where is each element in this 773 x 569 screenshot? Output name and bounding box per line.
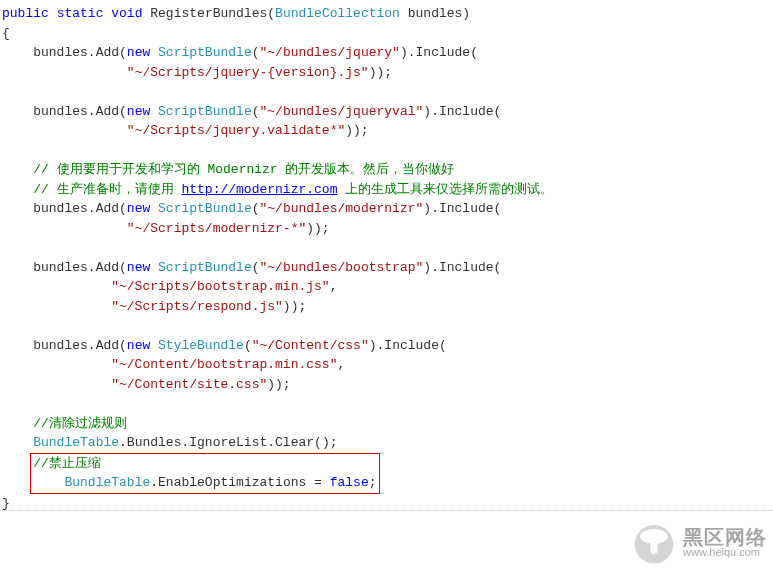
brace-close: } <box>2 496 10 511</box>
comment-line: // 生产准备时，请使用 http://modernizr.com 上的生成工具… <box>33 182 553 197</box>
mushroom-icon <box>631 519 677 565</box>
string-literal: "~/bundles/bootstrap" <box>260 260 424 275</box>
string-literal: "~/bundles/jquery" <box>260 45 400 60</box>
type-stylebundle: StyleBundle <box>158 338 244 353</box>
string-literal: "~/Content/css" <box>252 338 369 353</box>
string-literal: "~/Scripts/jquery.validate*" <box>127 123 345 138</box>
link-modernizr[interactable]: http://modernizr.com <box>181 182 337 197</box>
type-scriptbundle: ScriptBundle <box>158 45 252 60</box>
sig-tail: bundles) <box>400 6 470 21</box>
string-literal: "~/Content/bootstrap.min.css" <box>111 357 337 372</box>
keyword-new: new <box>127 201 150 216</box>
keyword-new: new <box>127 104 150 119</box>
string-literal: "~/Content/site.css" <box>111 377 267 392</box>
method-name: RegisterBundles( <box>142 6 275 21</box>
type-bundlecollection: BundleCollection <box>275 6 400 21</box>
string-literal: "~/Scripts/jquery-{version}.js" <box>127 65 369 80</box>
divider-line <box>0 510 773 511</box>
string-literal: "~/Scripts/respond.js" <box>111 299 283 314</box>
code-block: public static void RegisterBundles(Bundl… <box>0 0 773 517</box>
comment-line: // 使用要用于开发和学习的 Modernizr 的开发版本。然后，当你做好 <box>33 162 454 177</box>
string-literal: "~/Scripts/modernizr-*" <box>127 221 306 236</box>
keyword-new: new <box>127 45 150 60</box>
comment-line: //禁止压缩 <box>33 456 101 471</box>
highlighted-box: //禁止压缩 BundleTable.EnableOptimizations =… <box>30 453 379 494</box>
svg-point-1 <box>640 529 668 544</box>
type-bundletable: BundleTable <box>64 475 150 490</box>
string-literal: "~/bundles/jqueryval" <box>260 104 424 119</box>
string-literal: "~/bundles/modernizr" <box>260 201 424 216</box>
keyword-new: new <box>127 260 150 275</box>
watermark-url: www.heiqu.com <box>683 547 767 558</box>
keyword-static: static <box>57 6 104 21</box>
type-bundletable: BundleTable <box>33 435 119 450</box>
keyword-void: void <box>111 6 142 21</box>
string-literal: "~/Scripts/bootstrap.min.js" <box>111 279 329 294</box>
type-scriptbundle: ScriptBundle <box>158 104 252 119</box>
type-scriptbundle: ScriptBundle <box>158 201 252 216</box>
type-scriptbundle: ScriptBundle <box>158 260 252 275</box>
brace-open: { <box>2 26 10 41</box>
watermark-title: 黑区网络 <box>683 527 767 547</box>
svg-rect-2 <box>650 540 657 554</box>
svg-point-0 <box>635 525 674 564</box>
comment-line: //清除过滤规则 <box>33 416 127 431</box>
keyword-false: false <box>330 475 369 490</box>
keyword-new: new <box>127 338 150 353</box>
keyword-public: public <box>2 6 49 21</box>
watermark: 黑区网络 www.heiqu.com <box>631 519 767 565</box>
